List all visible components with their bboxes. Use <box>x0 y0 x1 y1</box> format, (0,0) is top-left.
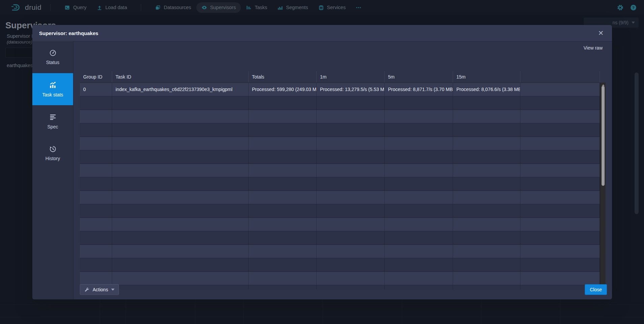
table-body: 0index_kafka_earthquakes_c6d22f2137390e3… <box>80 83 600 290</box>
table-cell <box>112 231 249 245</box>
table-cell <box>520 204 600 218</box>
table-cell <box>520 191 600 204</box>
table-cell <box>249 150 317 164</box>
table-cell: Processed: 599,280 (249.03 MB) <box>249 83 317 96</box>
table-cell <box>80 137 112 150</box>
table-cell <box>317 191 385 204</box>
table-cell <box>112 204 249 218</box>
table-cell <box>520 110 600 123</box>
table-cell <box>317 272 385 285</box>
table-scrollbar[interactable] <box>600 83 606 289</box>
table-cell <box>385 272 453 285</box>
table-cell <box>385 245 453 258</box>
table-cell <box>385 231 453 245</box>
table-row-empty <box>80 164 600 177</box>
table-cell <box>453 191 520 204</box>
table-cell <box>112 272 249 285</box>
table-cell <box>112 285 249 290</box>
tab-label: Status <box>46 60 60 65</box>
table-cell: Processed: 13,279.5/s (5.53 MB/s) <box>317 83 385 96</box>
actions-button[interactable]: Actions <box>80 284 119 295</box>
tab-label: History <box>45 156 60 161</box>
table-cell <box>520 258 600 272</box>
table-cell <box>80 231 112 245</box>
table-cell <box>453 164 520 177</box>
table-cell <box>249 164 317 177</box>
table-cell <box>80 164 112 177</box>
table-cell <box>385 218 453 231</box>
tab-spec[interactable]: Spec <box>32 105 73 137</box>
table-row-task[interactable]: 0index_kafka_earthquakes_c6d22f2137390e3… <box>80 83 600 96</box>
table-cell <box>80 218 112 231</box>
view-raw-link[interactable]: View raw <box>583 45 603 51</box>
table-cell <box>112 245 249 258</box>
table-cell <box>80 272 112 285</box>
scrollbar-thumb[interactable] <box>602 86 605 186</box>
table-cell <box>385 204 453 218</box>
column-header-1m[interactable]: 1m <box>317 71 385 83</box>
dialog-side-tabs: StatusTask statsSpecHistory <box>32 41 73 299</box>
table-cell <box>80 123 112 137</box>
table-cell <box>317 164 385 177</box>
table-cell <box>385 191 453 204</box>
table-cell <box>249 191 317 204</box>
tab-history[interactable]: History <box>32 137 73 169</box>
table-cell <box>317 285 385 290</box>
table-cell <box>112 150 249 164</box>
table-cell <box>385 164 453 177</box>
table-cell <box>249 218 317 231</box>
table-cell <box>520 137 600 150</box>
column-header-15m[interactable]: 15m <box>453 71 520 83</box>
table-cell <box>453 231 520 245</box>
column-header-totals[interactable]: Totals <box>249 71 317 83</box>
table-cell <box>317 177 385 191</box>
table-cell <box>80 204 112 218</box>
table-cell <box>249 110 317 123</box>
table-cell <box>453 177 520 191</box>
table-cell <box>385 285 453 290</box>
table-header-row: Group IDTask IDTotals1m5m15m <box>80 71 606 83</box>
table-cell <box>80 110 112 123</box>
table-cell <box>249 245 317 258</box>
task-stats-table: Group IDTask IDTotals1m5m15m 0index_kafk… <box>80 71 606 289</box>
table-cell <box>112 110 249 123</box>
column-header-group-id[interactable]: Group ID <box>80 71 112 83</box>
table-cell: Processed: 8,871.7/s (3.70 MB/s) <box>385 83 453 96</box>
table-cell <box>249 204 317 218</box>
table-row-empty <box>80 218 600 231</box>
tab-status[interactable]: Status <box>32 41 73 73</box>
table-cell: index_kafka_earthquakes_c6d22f2137390e3_… <box>112 83 249 96</box>
table-cell <box>453 285 520 290</box>
table-cell <box>317 150 385 164</box>
table-row-empty <box>80 272 600 285</box>
table-cell <box>112 123 249 137</box>
supervisor-dialog: Supervisor: earthquakes ✕ StatusTask sta… <box>32 25 612 299</box>
table-row-empty <box>80 245 600 258</box>
table-row-empty <box>80 285 600 290</box>
table-row-empty <box>80 204 600 218</box>
close-button[interactable]: Close <box>585 284 607 295</box>
table-cell <box>80 258 112 272</box>
table-cell <box>520 231 600 245</box>
table-row-empty <box>80 110 600 123</box>
dialog-title: Supervisor: earthquakes <box>39 30 98 36</box>
table-row-empty <box>80 96 600 110</box>
column-header-5m[interactable]: 5m <box>385 71 453 83</box>
table-cell <box>249 285 317 290</box>
table-cell <box>317 258 385 272</box>
table-cell <box>520 123 600 137</box>
table-cell <box>317 218 385 231</box>
table-cell <box>385 137 453 150</box>
table-cell <box>520 177 600 191</box>
table-cell <box>317 123 385 137</box>
table-cell <box>112 218 249 231</box>
table-row-empty <box>80 231 600 245</box>
table-cell <box>112 177 249 191</box>
table-cell <box>520 96 600 110</box>
table-cell <box>453 110 520 123</box>
column-header-task-id[interactable]: Task ID <box>112 71 249 83</box>
table-cell <box>249 272 317 285</box>
table-cell <box>249 123 317 137</box>
tab-task-stats[interactable]: Task stats <box>32 73 73 105</box>
close-icon[interactable]: ✕ <box>597 29 605 37</box>
